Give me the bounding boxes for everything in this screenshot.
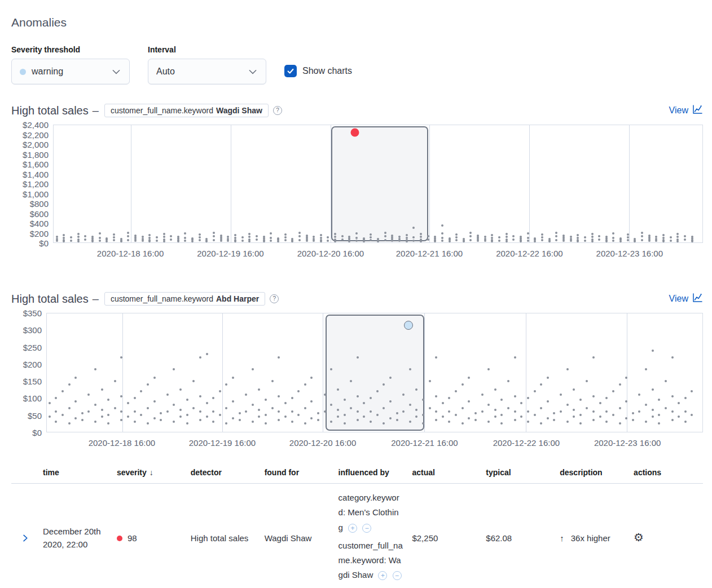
anomaly-marker-warning[interactable] [404,321,413,330]
filter-minus-icon[interactable]: − [393,571,402,580]
chart-plot-area[interactable] [46,313,703,432]
severity-cell: 98 [112,532,186,545]
help-icon[interactable]: ? [270,294,279,303]
severity-threshold-value: warning [32,67,63,77]
chevron-down-icon [248,67,258,77]
column-header-found-for[interactable]: found for [260,468,334,477]
show-charts-group: Show charts [284,65,352,77]
expand-column-header [11,468,38,477]
interval-value: Auto [156,67,175,77]
filter-plus-icon[interactable]: + [378,571,387,580]
expand-row-button[interactable] [11,534,38,542]
entity-badge: customer_full_name.keyword Abd Harper [104,292,265,306]
interval-label: Interval [148,45,266,54]
chart-title-separator: – [93,293,99,306]
interval-select[interactable]: Auto [148,59,266,85]
interval-field: Interval Auto [148,45,266,85]
table-row: December 20th 2020, 22:00 98 High total … [11,484,703,588]
chevron-down-icon [111,67,121,77]
view-chart-icon [692,293,703,305]
y-axis: $0$50$100$150$200$250$300$350 [11,313,46,432]
critical-severity-dot-icon [117,536,122,541]
show-charts-checkbox[interactable] [284,65,297,77]
show-charts-label: Show charts [302,66,352,76]
view-chart-icon [692,105,703,117]
description-cell: ↑36x higher [555,532,629,545]
chart-title: High total sales [11,293,89,306]
chart-title: High total sales [11,104,89,117]
help-icon[interactable]: ? [273,106,282,115]
column-header-actions: actions [629,468,703,477]
actual-cell: $2,250 [407,532,481,545]
entity-value: Wagdi Shaw [216,106,262,115]
arrow-up-icon: ↑ [560,533,564,543]
chart-title-separator: – [93,104,99,117]
chart-plot-area[interactable] [53,125,703,243]
sort-desc-icon: ↓ [150,468,153,477]
actions-cell: ⚙ [629,532,703,545]
warning-severity-dot-icon [20,69,26,75]
column-header-influenced-by[interactable]: influenced by [334,468,408,477]
selected-anomaly-region [331,126,428,241]
detector-cell: High total sales [186,532,260,545]
controls-bar: Severity threshold warning Interval Auto [11,45,703,85]
filter-plus-icon[interactable]: + [348,524,357,533]
entity-field: customer_full_name.keyword [111,294,213,303]
entity-value: Abd Harper [216,294,259,303]
column-header-actual[interactable]: actual [407,468,481,477]
table-header-row: time severity↓ detector found for influe… [11,465,703,484]
x-axis: 2020-12-18 16:002020-12-19 16:002020-12-… [46,436,703,450]
view-label: View [669,294,688,304]
gear-icon[interactable]: ⚙ [634,531,644,543]
column-header-severity[interactable]: severity↓ [112,468,186,477]
column-header-description[interactable]: description [555,468,629,477]
filter-minus-icon[interactable]: − [362,524,371,533]
anomaly-chart-wagdi-shaw: High total sales – customer_full_name.ke… [11,104,703,260]
typical-cell: $62.08 [481,532,555,545]
severity-threshold-field: Severity threshold warning [11,45,130,85]
anomaly-marker-critical[interactable] [350,129,359,137]
y-axis: $0$200$400$600$800$1,000$1,200$1,400$1,6… [11,125,53,243]
found-for-cell: Wagdi Shaw [260,532,334,545]
severity-threshold-label: Severity threshold [11,45,130,54]
view-label: View [669,105,688,116]
entity-field: customer_full_name.keyword [111,106,213,115]
view-series-button[interactable]: View [669,293,703,305]
influenced-by-cell: category.keyword: Men's Clothing + − cus… [334,490,408,586]
entity-badge: customer_full_name.keyword Wagdi Shaw [104,104,269,117]
page-title: Anomalies [11,16,703,29]
selected-anomaly-region [326,315,424,431]
column-header-time[interactable]: time [38,468,112,477]
view-series-button[interactable]: View [669,105,703,117]
severity-threshold-select[interactable]: warning [11,59,130,85]
anomaly-chart-abd-harper: High total sales – customer_full_name.ke… [11,292,703,450]
x-axis: 2020-12-18 16:002020-12-19 16:002020-12-… [53,247,703,260]
time-cell: December 20th 2020, 22:00 [38,525,112,551]
anomalies-table: time severity↓ detector found for influe… [11,465,703,588]
column-header-typical[interactable]: typical [481,468,555,477]
column-header-detector[interactable]: detector [186,468,260,477]
